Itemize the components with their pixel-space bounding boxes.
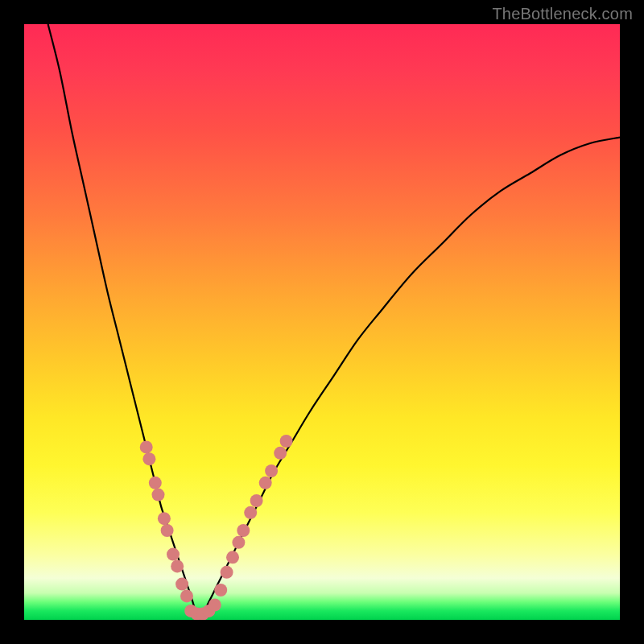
marker-dot: [149, 477, 162, 489]
plot-area: [24, 24, 620, 620]
marker-dot: [274, 447, 287, 460]
watermark-text: TheBottleneck.com: [492, 5, 633, 23]
marker-group: [140, 435, 293, 620]
marker-dot: [221, 566, 233, 579]
marker-dot: [158, 512, 171, 525]
outer-frame: TheBottleneck.com: [0, 0, 644, 644]
marker-dot: [280, 435, 293, 448]
marker-dot: [226, 551, 239, 564]
marker-dot: [167, 548, 180, 561]
bottleneck-curve: [48, 24, 620, 616]
marker-dot: [180, 589, 193, 602]
marker-dot: [259, 477, 272, 489]
marker-dot: [208, 599, 221, 612]
chart-svg: [24, 24, 620, 620]
marker-dot: [142, 452, 155, 465]
marker-dot: [237, 524, 250, 537]
marker-dot: [175, 578, 188, 591]
marker-dot: [152, 489, 165, 502]
marker-dot: [265, 464, 278, 477]
marker-dot: [250, 494, 263, 507]
marker-dot: [232, 536, 245, 549]
marker-dot: [140, 440, 153, 453]
marker-dot: [161, 524, 174, 537]
marker-dot: [171, 559, 184, 572]
marker-dot: [244, 506, 257, 519]
marker-dot: [214, 584, 227, 597]
